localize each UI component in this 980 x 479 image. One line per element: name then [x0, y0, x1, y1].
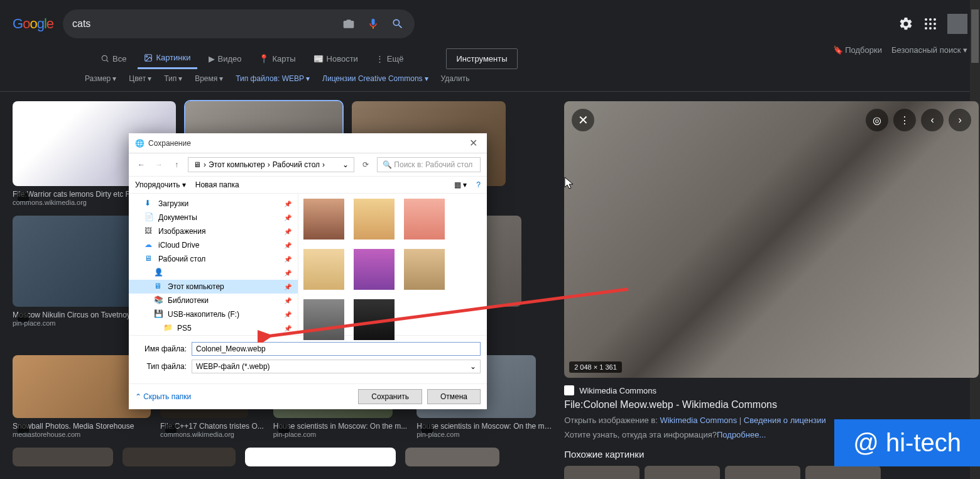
sidebar-item[interactable]: ☁iCloud Drive📌 [129, 238, 298, 252]
tab-maps[interactable]: 📍 Карты [253, 49, 302, 69]
tab-all[interactable]: Все [94, 49, 133, 69]
up-icon[interactable]: ↑ [170, 158, 183, 171]
svg-point-1 [929, 18, 932, 21]
apps-icon[interactable] [923, 16, 938, 31]
license-badge-icon [18, 313, 29, 322]
svg-point-5 [934, 23, 936, 25]
lens-icon[interactable]: ◎ [866, 109, 888, 131]
svg-point-2 [934, 18, 936, 21]
prev-icon[interactable]: ‹ [921, 109, 944, 131]
sidebar-item[interactable]: 👤📌 [129, 266, 298, 280]
organize-button[interactable]: Упорядочить ▾ [135, 180, 186, 189]
sidebar-item[interactable]: 📚Библиотеки📌 [129, 294, 298, 307]
sidebar-item[interactable]: 📄Документы📌 [129, 211, 298, 224]
sidebar-item[interactable]: 💾USB-накопитель (F:)📌 [129, 307, 298, 321]
sidebar-item[interactable]: ⬇Загрузки📌 [129, 197, 298, 211]
svg-point-3 [925, 23, 927, 25]
tab-images[interactable]: Картинки [138, 48, 197, 69]
close-icon[interactable]: ✕ [572, 109, 594, 131]
dialog-search-input[interactable]: 🔍 Поиск в: Рабочий стол [377, 157, 481, 172]
license-badge-icon [422, 424, 433, 433]
safe-search-link[interactable]: Безопасный поиск ▾ [891, 45, 967, 55]
result-thumb[interactable] [13, 448, 113, 466]
detail-image[interactable]: ✕ ◎ ⋮ ‹ › 2 048 × 1 361 [564, 101, 979, 378]
forward-icon[interactable]: → [153, 158, 165, 171]
more-icon[interactable]: ⋮ [893, 109, 916, 131]
search-icon[interactable] [390, 16, 405, 31]
svg-point-11 [146, 55, 148, 57]
refresh-icon[interactable]: ⟳ [359, 158, 372, 171]
open-source-link[interactable]: Wikimedia Commons [660, 416, 737, 425]
search-bar [63, 9, 415, 38]
info-more-link[interactable]: Подробнее... [717, 430, 766, 439]
dialog-sidebar: ⬇Загрузки📌📄Документы📌🖼Изображения📌☁iClou… [129, 194, 298, 335]
related-thumb[interactable] [564, 466, 640, 479]
mic-icon[interactable] [366, 16, 381, 31]
result-thumb[interactable] [122, 448, 236, 466]
save-button[interactable]: Сохранить [358, 389, 422, 404]
sidebar-item[interactable]: 🖼Изображения📌 [129, 224, 298, 238]
tab-video[interactable]: ▶ Видео [202, 49, 248, 69]
filter-clear[interactable]: Удалить [441, 74, 470, 83]
result-thumb[interactable] [405, 448, 499, 466]
filter-type[interactable]: Тип ▾ [164, 74, 182, 83]
avatar[interactable] [947, 14, 967, 34]
tools-button[interactable]: Инструменты [446, 48, 517, 69]
license-badge-icon [165, 424, 177, 433]
dialog-close-icon[interactable]: ✕ [466, 137, 481, 149]
path-bar[interactable]: 🖥 › Этот компьютер › Рабочий стол › ⌄ [188, 157, 354, 172]
filter-time[interactable]: Время ▾ [195, 74, 223, 83]
filetype-label: Тип файла: [135, 362, 192, 371]
filter-row: Размер ▾ Цвет ▾ Тип ▾ Время ▾ Тип файлов… [0, 69, 980, 88]
license-badge-icon [18, 424, 29, 433]
license-badge-icon [18, 192, 29, 201]
sidebar-item[interactable]: 📁PS5📌 [129, 321, 298, 335]
filter-filetype[interactable]: Тип файлов: WEBP ▾ [236, 74, 310, 83]
filter-color[interactable]: Цвет ▾ [129, 74, 151, 83]
hide-folders-link[interactable]: ⌃ Скрыть папки [135, 392, 191, 401]
dimensions-badge: 2 048 × 1 361 [569, 361, 622, 373]
dialog-file-area[interactable] [298, 194, 487, 335]
header: Google [0, 0, 980, 48]
google-logo[interactable]: Google [13, 16, 53, 32]
view-icon[interactable]: ▦ ▾ [454, 180, 467, 189]
svg-point-0 [925, 18, 927, 21]
help-icon[interactable]: ? [476, 180, 481, 189]
filter-license[interactable]: Лицензии Creative Commons ▾ [322, 74, 428, 83]
sidebar-item[interactable]: 🖥Рабочий стол📌 [129, 252, 298, 266]
svg-point-9 [102, 55, 107, 60]
save-dialog: 🌐 Сохранение ✕ ← → ↑ 🖥 › Этот компьютер … [129, 133, 487, 409]
gear-icon[interactable] [898, 16, 913, 31]
filetype-select[interactable]: WEBP-файл (*.webp)⌄ [192, 360, 481, 373]
svg-point-4 [929, 23, 932, 25]
filename-label: Имя файла: [135, 344, 192, 353]
svg-point-8 [934, 27, 936, 30]
tab-news[interactable]: 📰 Новости [307, 49, 364, 69]
svg-point-7 [929, 27, 932, 30]
related-thumb[interactable] [805, 466, 881, 479]
collections-link[interactable]: 🔖 Подборки [833, 45, 882, 55]
detail-title: File:Colonel Meow.webp - Wikimedia Commo… [564, 399, 979, 410]
dialog-title: Сохранение [148, 139, 466, 148]
source-name: Wikimedia Commons [579, 386, 656, 395]
next-icon[interactable]: › [949, 109, 971, 131]
license-badge-icon [278, 424, 290, 433]
filter-size[interactable]: Размер ▾ [85, 74, 116, 83]
svg-point-6 [925, 27, 927, 30]
filename-input[interactable] [192, 342, 481, 356]
related-thumb[interactable] [725, 466, 800, 479]
favicon-icon [564, 385, 574, 395]
tab-more[interactable]: ⋮ Ещё [369, 49, 410, 69]
camera-icon[interactable] [341, 16, 356, 31]
result-thumb[interactable] [245, 448, 396, 466]
license-link[interactable]: Сведения о лицензии [744, 416, 826, 425]
sidebar-item[interactable]: 🖥Этот компьютер📌 [129, 280, 298, 294]
search-input[interactable] [72, 18, 341, 30]
back-icon[interactable]: ← [135, 158, 148, 171]
cancel-button[interactable]: Отмена [427, 389, 481, 404]
new-folder-button[interactable]: Новая папка [195, 180, 239, 189]
related-thumb[interactable] [645, 466, 720, 479]
watermark: @ hi-tech [834, 419, 980, 466]
